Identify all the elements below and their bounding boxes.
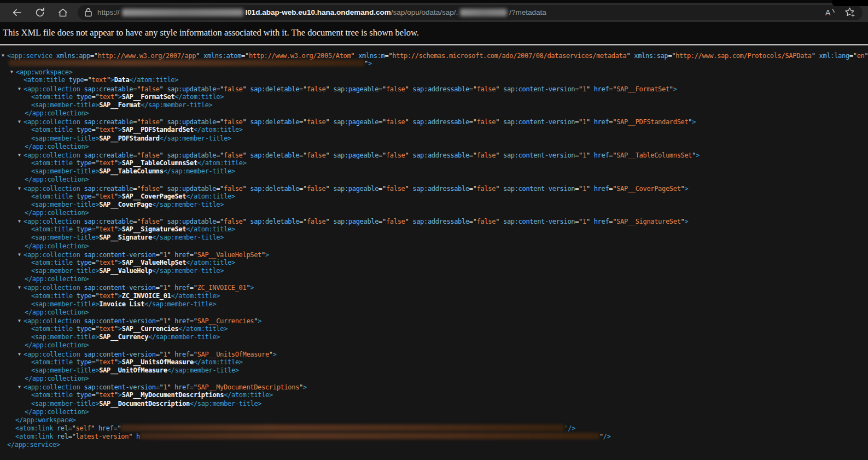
xml-line: <sap:member-title>SAP__DocumentDescripti… (0, 400, 868, 408)
xml-token-attr: href (590, 218, 609, 225)
collapse-arrow[interactable]: ▼ (18, 283, 24, 292)
xml-token-punc: =" (133, 85, 141, 92)
xml-token-attr: sap:updatable (164, 118, 217, 126)
xml-token-val: 1 (582, 218, 586, 225)
xml-token-attr: rel (53, 433, 68, 440)
collapse-arrow[interactable]: ▼ (18, 85, 24, 93)
xml-token-text: SAP__SignatureSet (122, 225, 186, 233)
xml-token-tag: </atom:title> (186, 225, 235, 233)
xml-token-val: SAP__FormatSet (616, 85, 669, 92)
xml-token-val: false (224, 184, 243, 192)
xml-token-tag: <sap:member-title> (31, 167, 99, 175)
xml-token-text: ZC_INVOICE_01 (122, 292, 171, 300)
back-icon (11, 7, 22, 18)
xml-token-tag: > (696, 151, 700, 159)
collapse-arrow[interactable]: ▼ (18, 251, 24, 259)
xml-token-val: false (224, 151, 243, 159)
xml-token-punc: =" (575, 151, 582, 159)
collapse-arrow[interactable]: ▼ (18, 184, 24, 193)
xml-line: ▼<app:collection sap:creatable="false" s… (0, 217, 868, 225)
xml-line: <atom:title type="text">ZC_INVOICE_01</a… (0, 292, 868, 300)
xml-token-tag: <atom:link (15, 433, 53, 440)
xml-token-tag: </sap:member-title> (152, 267, 224, 275)
xml-token-punc: =" (299, 184, 307, 192)
back-button[interactable] (5, 4, 28, 21)
xml-line: <atom:title type="text">SAP__ValueHelpSe… (0, 259, 868, 267)
xml-token-tag: </atom:title> (194, 358, 243, 366)
xml-token-attr: sap:updatable (164, 184, 217, 192)
xml-line: </app:collection> (0, 176, 868, 184)
xml-token-tag: > (118, 225, 122, 233)
xml-line: </app:collection> (0, 275, 868, 283)
collapse-arrow[interactable]: ▼ (18, 217, 24, 225)
xml-token-tag: <app:collection (24, 118, 80, 126)
xml-token-punc: =" (84, 76, 91, 84)
collapse-arrow[interactable]: ▼ (2, 51, 7, 60)
lock-icon[interactable] (84, 8, 92, 17)
xml-token-text: SAP__FormatSet (122, 93, 175, 101)
xml-token-val: false (141, 218, 160, 225)
xml-token-attr: sap:addressable (409, 151, 469, 159)
xml-token-tag: > (368, 60, 372, 67)
collapse-arrow[interactable]: ▼ (18, 383, 24, 391)
collapse-arrow[interactable]: ▼ (18, 350, 24, 358)
xml-token-tag: </app:collection> (25, 109, 89, 117)
read-aloud-icon[interactable]: A (825, 8, 837, 18)
xml-token-tag: </atom:title> (178, 325, 228, 333)
xml-line: ▼<app:collection sap:creatable="false" s… (0, 118, 868, 126)
xml-line: <atom:title type="text">SAP__MyDocumentD… (0, 391, 868, 399)
collapse-arrow[interactable]: ▼ (18, 317, 24, 325)
xml-token-attr: sap:creatable (80, 118, 133, 126)
xml-token-attr: href (590, 85, 609, 92)
xml-token-tag: <atom:title (31, 159, 73, 167)
collapse-arrow[interactable]: ▼ (18, 151, 24, 159)
home-button[interactable] (51, 4, 74, 21)
xml-token-val: 1 (582, 151, 586, 159)
xml-token-punc: =" (575, 218, 582, 225)
xml-token-tag: </sap:member-title> (164, 167, 235, 175)
xml-line: <atom:title type="text">SAP__TableColumn… (0, 159, 868, 167)
xml-token-val: false (477, 218, 496, 225)
xml-token-val: http://www.w3.org/2005/Atom (249, 52, 351, 60)
xml-line: </app:collection> (0, 375, 868, 383)
xml-token-attr: type (73, 259, 92, 266)
xml-token-punc: " (586, 218, 590, 225)
xml-line: <sap:member-title>SAP__CoverPage</sap:me… (0, 201, 868, 209)
url-bar[interactable]: https:// l01d.abap-web.eu10.hana.ondeman… (78, 5, 863, 20)
xml-token-punc: =" (216, 218, 224, 225)
url-path: /sap/opu/odata/sap/. (391, 8, 458, 16)
xml-token-val: text (99, 225, 114, 233)
xml-token-punc: " (299, 383, 303, 391)
xml-token-val: SAP__ValueHelpSet (197, 251, 261, 258)
xml-token-attr: type (73, 325, 92, 333)
add-favorite-icon[interactable] (844, 7, 856, 18)
xml-token-punc: =" (156, 251, 164, 258)
xml-token-punc: =" (299, 118, 307, 126)
xml-token-tag: > (684, 218, 688, 225)
refresh-button[interactable] (28, 4, 51, 21)
xml-line: </app:collection> (0, 143, 868, 151)
xml-token-tag: <app:collection (24, 350, 80, 358)
xml-token-punc: " (114, 358, 118, 366)
xml-token-tag: > (118, 93, 122, 101)
xml-token-attr: href (95, 424, 114, 432)
xml-token-punc: " (261, 251, 265, 258)
xml-line: </app:collection> (0, 242, 868, 251)
xml-line: <atom:title type="text">Data</atom:title… (0, 76, 868, 84)
xml-token-tag: </sap:member-title> (152, 201, 224, 208)
xml-line: ▼<app:collection sap:content-version="1"… (0, 317, 868, 325)
xml-token-attr: sap:deletable (246, 118, 299, 126)
xml-token-text: SAP__Currency (99, 333, 148, 341)
xml-line: ▼<app:collection sap:content-version="1"… (0, 283, 868, 292)
xml-line: <sap:member-title>SAP__Format</sap:membe… (0, 101, 868, 109)
collapse-arrow[interactable]: ▼ (10, 68, 16, 76)
xml-token-val: false (477, 118, 496, 126)
xml-token-val: SAP__MyDocumentDescriptions (197, 383, 299, 391)
xml-token-punc: =" (68, 433, 76, 440)
xml-token-punc: =" (469, 151, 477, 159)
xml-token-attr: sap:deletable (246, 85, 299, 92)
xml-token-tag: <sap:member-title> (31, 366, 99, 374)
collapse-arrow[interactable]: ▼ (18, 118, 24, 126)
xml-token-text: SAP__UnitsOfMeasure (122, 358, 194, 366)
xml-token-text: SAP__ValueHelpSet (122, 259, 186, 266)
